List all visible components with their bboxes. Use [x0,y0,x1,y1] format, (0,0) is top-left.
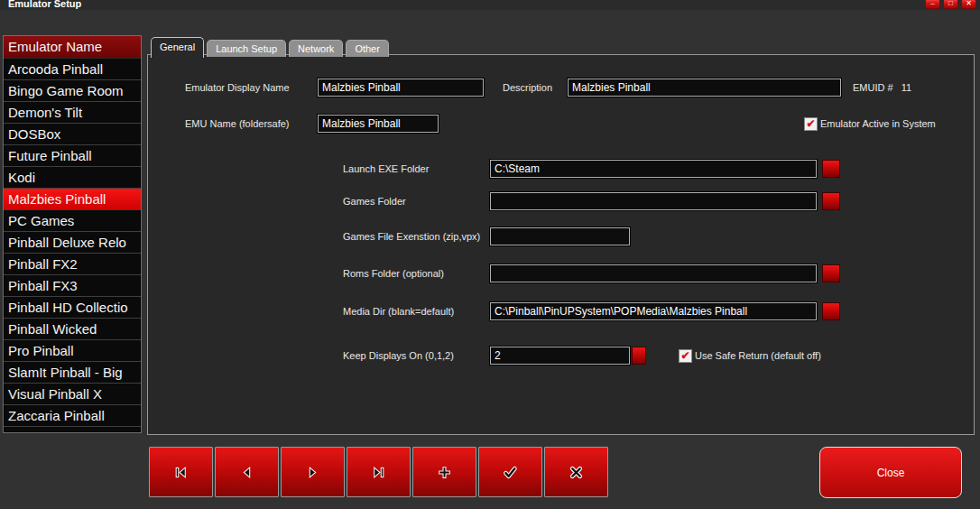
description-label: Description [503,82,552,93]
emulator-list: Emulator NameArcooda PinballBingo Game R… [3,35,142,433]
emulator-list-item[interactable]: Pinball HD Collectio [4,297,141,319]
media-dir-browse-button[interactable] [822,302,840,320]
emu-name-label: EMU Name (foldersafe) [185,118,290,129]
emulator-list-header: Emulator Name [4,36,141,59]
keep-displays-button[interactable] [632,347,646,365]
games-folder-browse-button[interactable] [822,192,840,210]
nav-first-button[interactable] [149,447,213,497]
cancel-icon [569,465,584,480]
emulator-active-checkbox[interactable]: ✔ [804,117,818,131]
maximize-icon: □ [948,0,953,7]
roms-folder-label: Roms Folder (optional) [343,268,444,279]
launch-exe-folder-input[interactable] [490,160,817,178]
safe-return-checkbox[interactable]: ✔ [679,349,692,363]
emulator-display-name-input[interactable] [318,79,484,97]
emulator-display-name-label: Emulator Display Name [185,82,290,93]
checkmark-icon: ✔ [806,118,815,129]
tab-network[interactable]: Network [289,40,343,57]
roms-folder-input[interactable] [490,264,817,282]
nav-prior-button[interactable] [215,447,279,497]
emulator-list-item[interactable]: Pro Pinball [4,340,141,362]
close-button[interactable]: Close [819,447,962,498]
record-nav [149,447,608,497]
emuid-label: EMUID # [853,82,893,93]
nav-next-button[interactable] [281,447,345,497]
first-icon [173,465,189,480]
emulator-active-label: Emulator Active in System [820,118,936,129]
launch-exe-folder-label: Launch EXE Folder [343,163,429,174]
emulator-list-item[interactable]: Pinball FX3 [4,275,141,297]
tab-bar: GeneralLaunch SetupNetworkOther [151,37,389,56]
keep-displays-label: Keep Displays On (0,1,2) [343,350,454,361]
emulator-list-item[interactable]: PC Games [4,210,141,232]
description-input[interactable] [568,79,841,97]
nav-post-button[interactable] [478,447,542,497]
minimize-icon: – [930,0,934,7]
emulator-list-item[interactable]: Demon's Tilt [4,102,141,124]
checkmark-icon: ✔ [680,350,689,361]
emulator-list-item[interactable]: Malzbies Pinball [4,189,141,210]
media-dir-input[interactable] [490,302,817,320]
emulator-list-item[interactable]: Visual Pinball X [4,384,141,405]
media-dir-label: Media Dir (blank=default) [343,306,454,317]
games-folder-label: Games Folder [343,196,406,207]
games-file-extension-input[interactable] [490,227,630,245]
launch-exe-browse-button[interactable] [822,160,840,178]
emuid-value: 11 [901,82,911,93]
emulator-list-item[interactable]: Pinball FX2 [4,254,141,275]
close-icon: ✕ [966,0,972,7]
maximize-button[interactable]: □ [943,0,958,9]
emulator-list-item[interactable]: Zaccaria Pinball [4,405,141,427]
tab-launch-setup[interactable]: Launch Setup [207,40,286,57]
titlebar: Emulator Setup – □ ✕ [0,0,980,10]
prior-icon [239,465,254,480]
emulator-list-item[interactable]: Arcooda Pinball [4,59,141,80]
tab-other[interactable]: Other [346,40,389,57]
post-icon [503,465,518,480]
roms-folder-browse-button[interactable] [822,264,840,282]
emulator-list-item[interactable]: Pinball Deluxe Relo [4,232,141,254]
emulator-list-item[interactable]: Kodi [4,167,141,189]
emulator-setup-window: { "window": { "title": "Emulator Setup",… [0,0,980,509]
insert-icon [437,465,452,480]
close-button-label: Close [877,467,905,479]
emu-name-input[interactable] [318,115,439,133]
emulator-list-item[interactable]: Bingo Game Room [4,80,141,102]
emulator-list-item[interactable]: DOSBox [4,124,141,145]
window-title: Emulator Setup [8,0,81,9]
emulator-list-item[interactable]: Pinball Wicked [4,319,141,340]
emulator-list-item[interactable]: Future Pinball [4,145,141,167]
games-file-extension-label: Games File Exenstion (zip,vpx) [343,231,480,242]
nav-cancel-button[interactable] [544,447,608,497]
close-window-button[interactable]: ✕ [961,0,976,9]
nav-insert-button[interactable] [412,447,476,497]
safe-return-label: Use Safe Return (default off) [695,350,821,361]
emuid-field: EMUID #11 [853,82,911,93]
tab-general[interactable]: General [151,37,204,58]
minimize-button[interactable]: – [925,0,940,9]
last-icon [371,465,386,480]
next-icon [305,465,320,480]
nav-last-button[interactable] [347,447,411,497]
window-controls: – □ ✕ [925,0,976,9]
games-folder-input[interactable] [490,192,817,210]
emulator-list-item[interactable]: SlamIt Pinball - Big [4,362,141,384]
keep-displays-input[interactable] [490,347,630,365]
